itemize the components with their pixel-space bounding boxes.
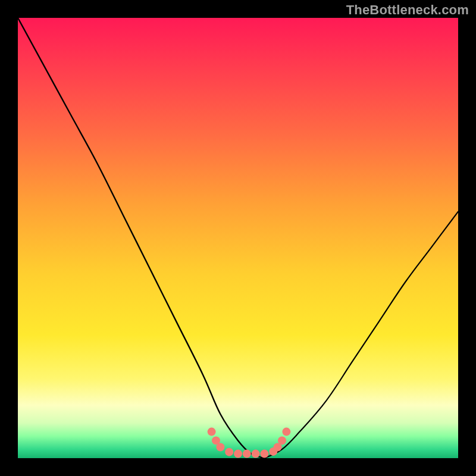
- highlight-marker: [208, 428, 216, 436]
- highlight-marker: [216, 443, 224, 452]
- highlight-marker: [225, 448, 233, 456]
- highlight-markers: [208, 428, 291, 458]
- highlight-marker: [278, 436, 286, 444]
- chart-frame: TheBottleneck.com: [0, 0, 476, 476]
- series-bottleneck-curve-right: [264, 212, 458, 458]
- highlight-marker: [243, 450, 251, 458]
- highlight-marker: [260, 450, 268, 458]
- series-bottleneck-curve-left: [18, 18, 264, 458]
- highlight-marker: [282, 428, 290, 436]
- watermark-text: TheBottleneck.com: [346, 2, 469, 18]
- chart-plot-area: [18, 18, 458, 458]
- chart-svg: [18, 18, 458, 458]
- highlight-marker: [252, 450, 260, 458]
- highlight-marker: [234, 450, 242, 458]
